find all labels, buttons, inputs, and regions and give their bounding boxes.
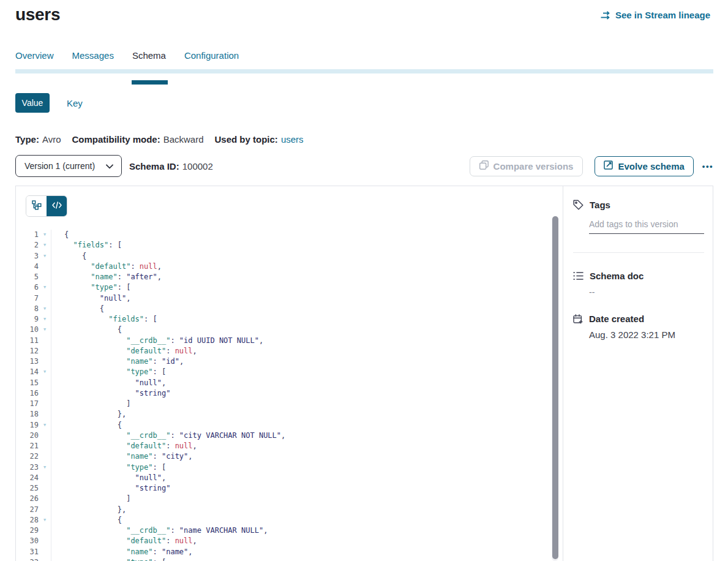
line-number: 12 (16, 346, 39, 356)
line-number: 11 (16, 336, 39, 346)
code-line: 22 "name": "city", (16, 451, 563, 462)
fold-toggle-icon[interactable]: ▼ (39, 557, 51, 561)
schema-id-label: Schema ID: (129, 161, 179, 171)
tags-title: Tags (590, 200, 610, 210)
fold-spacer (39, 547, 51, 557)
line-number: 30 (16, 536, 39, 546)
fold-toggle-icon[interactable]: ▼ (39, 314, 51, 325)
tree-view-button[interactable] (26, 196, 47, 216)
line-number: 9 (16, 314, 39, 325)
fold-spacer (39, 336, 51, 346)
fold-toggle-icon[interactable]: ▼ (39, 420, 51, 431)
code-line: 17 ] (16, 399, 563, 409)
fold-spacer (39, 346, 51, 356)
topic-link[interactable]: users (281, 134, 304, 145)
fold-spacer (39, 356, 51, 367)
fold-toggle-icon[interactable]: ▼ (39, 325, 51, 335)
line-number: 26 (16, 494, 39, 504)
line-number: 6 (16, 282, 39, 293)
code-text: "null", (51, 293, 130, 304)
tab-schema[interactable]: Schema (132, 50, 166, 70)
fold-spacer (39, 272, 51, 282)
compare-versions-icon (479, 160, 489, 171)
code-text: "fields": [ (51, 240, 122, 250)
code-lines: 1▼{2▼ "fields": [3▼ {4 "default": null,5… (16, 230, 563, 561)
schema-page: users See in Stream lineage Overview Mes… (0, 0, 728, 561)
tree-view-icon (32, 200, 42, 212)
fold-toggle-icon[interactable]: ▼ (39, 282, 51, 293)
code-line: 9▼ "fields": [ (16, 314, 563, 325)
code-line: 26 ] (16, 494, 563, 504)
fold-toggle-icon[interactable]: ▼ (39, 240, 51, 250)
fold-toggle-icon[interactable]: ▼ (39, 304, 51, 314)
line-number: 13 (16, 356, 39, 367)
fold-spacer (39, 293, 51, 304)
line-number: 3 (16, 251, 39, 262)
code-text: "default": null, (51, 536, 197, 546)
code-line: 23▼ "type": [ (16, 462, 563, 473)
line-number: 14 (16, 367, 39, 377)
fold-spacer (39, 378, 51, 388)
version-selected-value: Version 1 (current) (24, 161, 95, 171)
code-text: "__crdb__": "city VARCHAR NOT NULL", (51, 431, 285, 441)
fold-spacer (39, 409, 51, 420)
schema-panel: 1▼{2▼ "fields": [3▼ {4 "default": null,5… (15, 186, 713, 561)
used-by-topic-label: Used by topic: (215, 134, 278, 145)
tab-overview[interactable]: Overview (15, 50, 54, 70)
code-line: 12 "default": null, (16, 346, 563, 356)
code-text: { (51, 515, 122, 525)
code-line: 18 }, (16, 409, 563, 420)
see-in-stream-lineage-link[interactable]: See in Stream lineage (601, 10, 710, 20)
line-number: 17 (16, 399, 39, 409)
fold-spacer (39, 431, 51, 441)
line-number: 21 (16, 441, 39, 451)
code-text: "default": null, (51, 346, 197, 356)
code-text: "name": "city", (51, 451, 193, 462)
version-select[interactable]: Version 1 (current) (15, 155, 122, 177)
schema-id-value: 100002 (182, 161, 213, 171)
fold-toggle-icon[interactable]: ▼ (39, 251, 51, 262)
code-text: { (51, 325, 122, 335)
tags-section: Tags (573, 200, 704, 234)
tab-configuration[interactable]: Configuration (184, 50, 239, 70)
key-tab-link[interactable]: Key (67, 98, 83, 108)
code-text: }, (51, 505, 126, 515)
editor-scrollbar-thumb[interactable] (552, 216, 558, 559)
line-number: 15 (16, 378, 39, 388)
fold-toggle-icon[interactable]: ▼ (39, 462, 51, 473)
code-line: 32▼ "type": [ (16, 557, 563, 561)
compare-versions-label: Compare versions (493, 161, 574, 171)
code-line: 2▼ "fields": [ (16, 240, 563, 250)
line-number: 24 (16, 473, 39, 483)
add-tags-input[interactable] (589, 219, 704, 234)
code-line: 19▼ { (16, 420, 563, 431)
line-number: 10 (16, 325, 39, 335)
line-number: 22 (16, 451, 39, 462)
editor-scrollbar[interactable] (552, 216, 558, 561)
line-number: 31 (16, 547, 39, 557)
line-number: 25 (16, 483, 39, 494)
tag-icon (573, 200, 584, 210)
value-tab-button[interactable]: Value (15, 93, 50, 113)
schema-editor: 1▼{2▼ "fields": [3▼ {4 "default": null,5… (16, 186, 563, 561)
code-text: "type": [ (51, 462, 166, 473)
tab-messages[interactable]: Messages (72, 50, 114, 70)
code-view-button[interactable] (47, 196, 67, 216)
meta-type: Type:Avro (15, 134, 61, 145)
line-number: 18 (16, 409, 39, 420)
code-line: 13 "name": "id", (16, 356, 563, 367)
compare-versions-button[interactable]: Compare versions (470, 156, 584, 176)
evolve-schema-button[interactable]: Evolve schema (595, 156, 693, 176)
view-toggle-group (26, 195, 67, 217)
schema-sidebar: Tags Schema doc -- (563, 186, 713, 561)
fold-toggle-icon[interactable]: ▼ (39, 367, 51, 377)
code-text: "default": null, (51, 441, 197, 451)
fold-toggle-icon[interactable]: ▼ (39, 515, 51, 525)
evolve-schema-icon (604, 160, 613, 171)
date-created-value: Aug. 3 2022 3:21 PM (589, 329, 704, 340)
fold-toggle-icon[interactable]: ▼ (39, 230, 51, 240)
code-text: "type": [ (51, 557, 166, 561)
more-options-button[interactable]: ••• (702, 162, 713, 171)
code-line: 1▼{ (16, 230, 563, 240)
code-text: { (51, 420, 122, 431)
